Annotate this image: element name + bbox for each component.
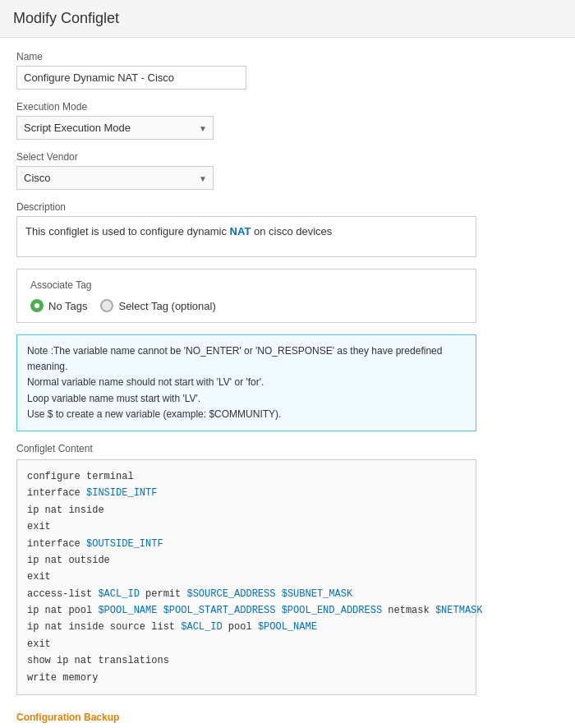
variable-token: $NETMASK [435, 605, 483, 616]
associate-tag-label: Associate Tag [30, 279, 462, 291]
page-title: Modify Configlet [13, 10, 562, 27]
configlet-content-group: Configlet Content configure terminal int… [16, 443, 559, 695]
variable-token: $POOL_NAME [98, 605, 157, 616]
variable-token: $ACL_ID [181, 621, 222, 633]
vendor-select[interactable]: Cisco Juniper Arista [16, 166, 214, 190]
execution-mode-select[interactable]: Script Execution Mode CLI Execution Mode [16, 116, 214, 140]
no-tags-radio-indicator [30, 299, 44, 312]
vendor-label: Select Vendor [16, 151, 559, 163]
variable-token: $OUTSIDE_INTF [86, 538, 163, 550]
variable-token: $SUBNET_MASK [282, 588, 352, 600]
variable-token: $POOL_NAME [258, 621, 317, 633]
note-line-2: Normal variable name should not start wi… [27, 375, 466, 390]
name-group: Name [16, 51, 559, 90]
config-backup-label: Configuration Backup [16, 712, 559, 723]
note-line-3: Loop variable name must start with 'LV'. [27, 391, 466, 407]
description-highlight: NAT [230, 225, 251, 237]
page-header: Modify Configlet [0, 0, 575, 38]
execution-mode-label: Execution Mode [16, 101, 559, 113]
name-input[interactable] [16, 66, 246, 90]
no-tags-radio[interactable]: No Tags [30, 299, 87, 312]
associate-tag-box: Associate Tag No Tags Select Tag (option… [16, 269, 476, 323]
execution-mode-select-wrapper: Script Execution Mode CLI Execution Mode… [16, 116, 214, 140]
name-label: Name [16, 51, 559, 62]
vendor-group: Select Vendor Cisco Juniper Arista ▼ [16, 151, 559, 190]
note-box: Note :The variable name cannot be 'NO_EN… [16, 334, 476, 431]
variable-token: $INSIDE_INTF [86, 487, 157, 499]
radio-group: No Tags Select Tag (optional) [30, 299, 462, 312]
select-tag-radio[interactable]: Select Tag (optional) [100, 299, 215, 312]
select-tag-radio-indicator [100, 299, 113, 312]
no-tags-radio-label: No Tags [48, 300, 87, 312]
description-label: Description [16, 201, 559, 213]
variable-token: $SOURCE_ADDRESS [186, 588, 275, 600]
description-box: This configlet is used to configure dyna… [16, 216, 476, 257]
note-line-1: Note :The variable name cannot be 'NO_EN… [27, 343, 466, 375]
vendor-select-wrapper: Cisco Juniper Arista ▼ [16, 166, 214, 190]
variable-token: $POOL_END_ADDRESS [282, 605, 382, 616]
config-backup-section: Configuration Backup ✓ Perform configura… [16, 712, 559, 728]
select-tag-radio-label: Select Tag (optional) [118, 300, 215, 312]
configlet-content-label: Configlet Content [16, 443, 559, 454]
execution-mode-group: Execution Mode Script Execution Mode CLI… [16, 101, 559, 140]
configlet-content-box[interactable]: configure terminal interface $INSIDE_INT… [16, 459, 476, 695]
note-line-4: Use $ to create a new variable (example:… [27, 407, 466, 422]
variable-token: $POOL_START_ADDRESS [163, 605, 276, 616]
variable-token: $ACL_ID [98, 588, 139, 600]
description-group: Description This configlet is used to co… [16, 201, 559, 257]
